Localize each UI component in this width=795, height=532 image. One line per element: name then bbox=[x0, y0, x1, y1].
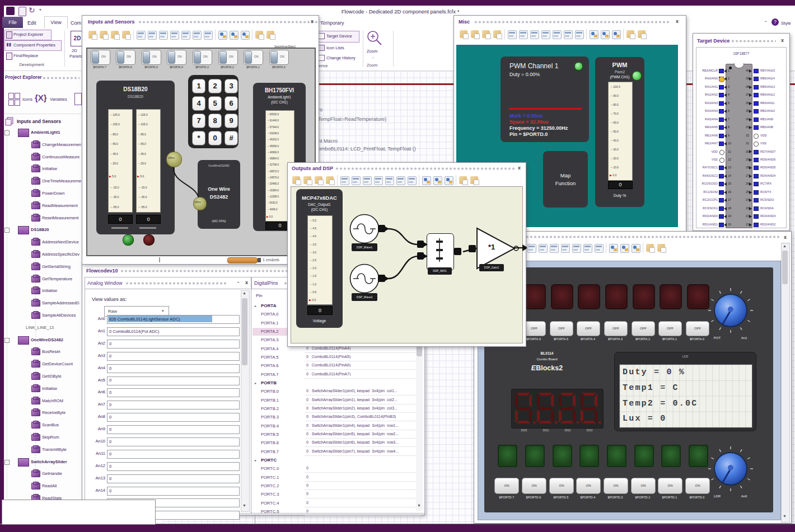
svg-text:*1: *1 bbox=[488, 243, 495, 251]
